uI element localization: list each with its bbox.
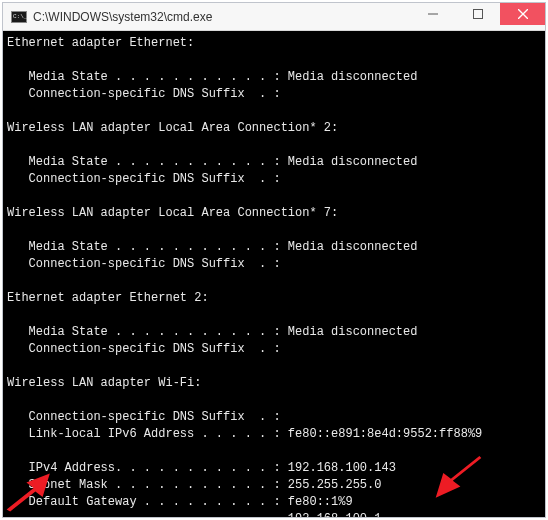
- svg-marker-5: [436, 456, 482, 498]
- titlebar[interactable]: C:\WINDOWS\system32\cmd.exe: [3, 3, 545, 31]
- svg-marker-4: [7, 474, 50, 512]
- console-output[interactable]: Ethernet adapter Ethernet: Media State .…: [3, 31, 545, 517]
- window-title: C:\WINDOWS\system32\cmd.exe: [33, 10, 410, 24]
- minimize-button[interactable]: [410, 3, 455, 25]
- maximize-button[interactable]: [455, 3, 500, 25]
- cmd-icon: [11, 11, 27, 23]
- cmd-window: C:\WINDOWS\system32\cmd.exe Ethernet ada…: [2, 2, 546, 518]
- svg-rect-1: [473, 10, 482, 19]
- arrow-icon: [430, 456, 486, 504]
- close-button[interactable]: [500, 3, 545, 25]
- window-controls: [410, 3, 545, 25]
- arrow-icon: [3, 470, 55, 516]
